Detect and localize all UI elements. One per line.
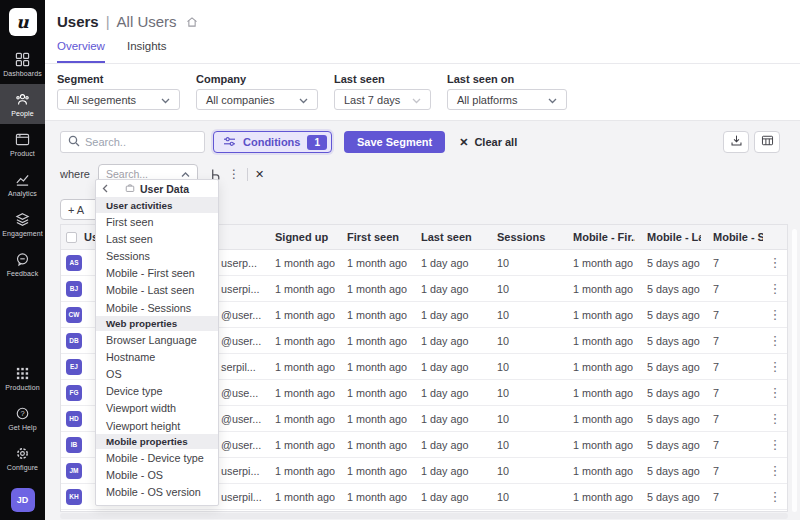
company-select[interactable]: All companies (196, 89, 318, 110)
sidebar-item-label: People (11, 110, 33, 117)
home-icon[interactable] (186, 16, 198, 28)
download-button[interactable] (723, 131, 749, 153)
sidebar-item-get-help[interactable]: ? Get Help (0, 398, 45, 438)
dropdown-group-header: Web properties (96, 316, 218, 331)
table-columns-icon (761, 133, 774, 151)
sidebar-item-feedback[interactable]: Feedback (0, 244, 45, 284)
dropdown-item[interactable]: Sessions (96, 247, 218, 264)
dropdown-item[interactable]: Mobile - Last seen (96, 282, 218, 299)
row-menu-button[interactable]: ⋮ (769, 411, 782, 426)
analytics-icon (15, 172, 30, 187)
segment-select-value: All segements (67, 94, 136, 106)
sidebar-item-people[interactable]: People (0, 84, 45, 124)
row-menu-button[interactable]: ⋮ (769, 385, 782, 400)
mobile-sessions-cell: 7 (701, 257, 763, 269)
dropdown-item[interactable]: OS (96, 366, 218, 383)
row-menu-button[interactable]: ⋮ (769, 255, 782, 270)
dropdown-item[interactable]: Mobile - Sessions (96, 299, 218, 316)
last-seen-cell: 1 day ago (409, 413, 485, 425)
dropdown-item[interactable]: Mobile - OS version (96, 484, 218, 501)
company-select-value: All companies (206, 94, 274, 106)
first-seen-cell: 1 month ago (335, 257, 409, 269)
save-segment-button[interactable]: Save Segment (344, 131, 445, 153)
search-icon (68, 133, 80, 151)
row-menu-button[interactable]: ⋮ (769, 437, 782, 452)
last-seen-select[interactable]: Last 7 days (334, 89, 431, 110)
first-seen-cell: 1 month ago (335, 283, 409, 295)
signed-up-cell: 1 month ago (263, 257, 335, 269)
field-dropdown-header: User Data (96, 180, 218, 198)
dropdown-item[interactable]: First seen (96, 213, 218, 230)
dropdown-item[interactable]: Browser Language (96, 331, 218, 348)
row-actions-cell: ⋮ (763, 255, 787, 270)
filter-last-seen: Last seen Last 7 days (334, 73, 431, 110)
sidebar-item-engagement[interactable]: Engagement (0, 204, 45, 244)
mobile-sessions-cell: 7 (701, 387, 763, 399)
dropdown-item[interactable]: Last seen (96, 230, 218, 247)
sidebar-item-analytics[interactable]: Analytics (0, 164, 45, 204)
avatar: JM (66, 463, 82, 479)
dropdown-item[interactable]: Viewport height (96, 417, 218, 434)
clear-all-button[interactable]: ✕ Clear all (459, 136, 517, 149)
column-header: Mobile - Fir... (561, 231, 635, 243)
signed-up-cell: 1 month ago (263, 309, 335, 321)
signed-up-cell: 1 month ago (263, 361, 335, 373)
first-seen-cell: 1 month ago (335, 465, 409, 477)
mobile-sessions-cell: 7 (701, 465, 763, 477)
sessions-cell: 10 (485, 283, 561, 295)
last-seen-on-select[interactable]: All platforms (447, 89, 567, 110)
filter-last-seen-on: Last seen on All platforms (447, 73, 567, 110)
row-menu-button[interactable]: ⋮ (769, 307, 782, 322)
last-seen-cell: 1 day ago (409, 387, 485, 399)
dropdown-item[interactable]: Viewport width (96, 400, 218, 417)
signed-up-cell: 1 month ago (263, 439, 335, 451)
select-all-checkbox[interactable] (66, 232, 77, 243)
sidebar-item-production[interactable]: Production (0, 358, 45, 398)
user-avatar[interactable]: JD (11, 488, 35, 512)
sidebar-item-product[interactable]: Product (0, 124, 45, 164)
chevron-left-icon[interactable] (102, 184, 109, 193)
sidebar-bottom: Production ? Get Help Configure JD (0, 358, 45, 520)
dropdown-item[interactable]: Device type (96, 383, 218, 400)
tab-insights[interactable]: Insights (127, 40, 167, 64)
horizontal-scrollbar[interactable] (60, 513, 788, 519)
columns-button[interactable] (754, 131, 780, 153)
sessions-cell: 10 (485, 309, 561, 321)
row-actions-cell: ⋮ (763, 489, 787, 504)
last-seen-cell: 1 day ago (409, 335, 485, 347)
mobile-sessions-cell: 7 (701, 413, 763, 425)
mobile-sessions-cell: 7 (701, 309, 763, 321)
last-seen-cell: 1 day ago (409, 257, 485, 269)
row-menu-button[interactable]: ⋮ (769, 333, 782, 348)
row-menu-button[interactable]: ⋮ (769, 281, 782, 296)
sidebar-item-label: Analytics (8, 190, 37, 197)
table-row[interactable]: LLLarry Lopez1 month ago1 month ago1 day… (61, 510, 787, 512)
app-logo[interactable]: u (9, 8, 37, 36)
dropdown-item[interactable]: Mobile - First seen (96, 265, 218, 282)
row-menu-button[interactable]: ⋮ (769, 463, 782, 478)
sessions-cell: 10 (485, 361, 561, 373)
row-menu-button[interactable]: ⋮ (769, 489, 782, 504)
vertical-scrollbar[interactable] (792, 229, 797, 512)
engagement-icon (15, 212, 30, 227)
row-menu-button[interactable]: ⋮ (769, 359, 782, 374)
remove-condition-icon[interactable]: ✕ (255, 168, 264, 181)
page-title: Users (57, 13, 99, 30)
dropdown-item[interactable]: Hostname (96, 348, 218, 365)
mobile-first-seen-cell: 1 month ago (561, 491, 635, 503)
dropdown-item[interactable]: Mobile - OS (96, 466, 218, 483)
condition-options-icon[interactable]: ⋮ (228, 168, 240, 180)
conditions-button[interactable]: Conditions 1 (213, 131, 332, 153)
sidebar-item-configure[interactable]: Configure (0, 438, 45, 478)
last-seen-cell: 1 day ago (409, 439, 485, 451)
user-data-icon (125, 183, 135, 195)
tab-overview[interactable]: Overview (57, 40, 105, 64)
dropdown-item[interactable]: Mobile - Device type (96, 449, 218, 466)
people-icon (15, 92, 30, 107)
sessions-cell: 10 (485, 335, 561, 347)
sidebar-item-dashboards[interactable]: Dashboards (0, 44, 45, 84)
chevron-down-icon (299, 94, 308, 106)
user-search-input[interactable]: Search.. (60, 131, 205, 153)
signed-up-cell: 1 month ago (263, 465, 335, 477)
segment-select[interactable]: All segements (57, 89, 180, 110)
